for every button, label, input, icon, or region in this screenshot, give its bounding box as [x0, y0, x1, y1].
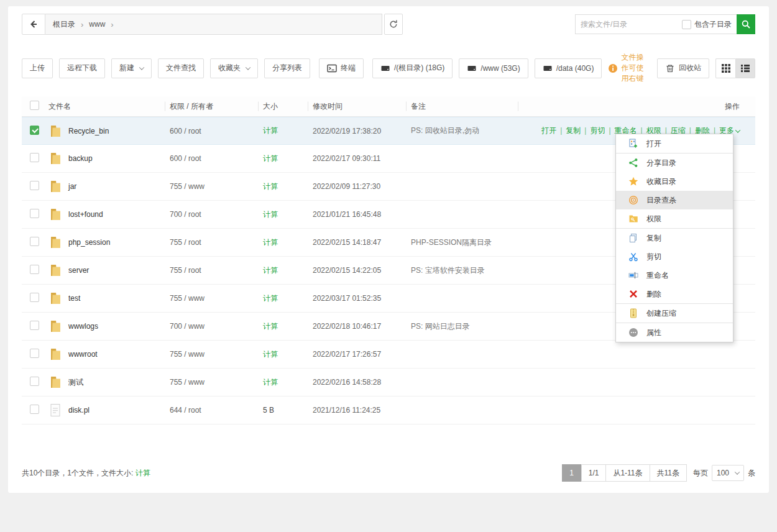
row-checkbox[interactable]: [30, 349, 39, 358]
file-name[interactable]: jar: [68, 182, 76, 191]
size-calc-link[interactable]: 计算: [263, 378, 278, 387]
row-checkbox[interactable]: [30, 265, 39, 274]
size-calc-link[interactable]: 计算: [263, 182, 278, 191]
breadcrumb-www[interactable]: www: [89, 20, 105, 29]
action-copy[interactable]: 复制: [566, 126, 590, 135]
header-actions: 操作: [518, 101, 755, 112]
size-calc-link[interactable]: 计算: [263, 238, 278, 247]
row-checkbox[interactable]: [30, 153, 39, 162]
file-name[interactable]: lost+found: [68, 210, 103, 219]
menu-item-cut[interactable]: 剪切: [616, 247, 733, 266]
disk-www-button[interactable]: /www (53G): [459, 58, 528, 78]
menu-item-properties[interactable]: 属性: [616, 323, 733, 342]
disk-root-button[interactable]: /(根目录) (18G): [372, 58, 453, 78]
grid-view-button[interactable]: [715, 58, 735, 78]
menu-item-delete-label: 删除: [646, 289, 661, 300]
size-calc-link[interactable]: 计算: [263, 210, 278, 219]
row-checkbox[interactable]: [30, 405, 39, 414]
menu-item-rename[interactable]: 重命名: [616, 266, 733, 285]
summary-label: 共10个目录，1个文件，文件大小:: [22, 469, 136, 477]
remote-download-button[interactable]: 远程下载: [59, 58, 105, 78]
list-view-icon: [740, 63, 750, 73]
new-menu-button[interactable]: 新建: [111, 58, 152, 78]
per-page-unit-label: 条: [748, 468, 755, 479]
refresh-button[interactable]: [384, 14, 403, 35]
file-name[interactable]: server: [68, 266, 89, 275]
chevron-down-icon: [735, 127, 740, 132]
action-cut[interactable]: 剪切: [590, 126, 614, 135]
size-calc-link[interactable]: 计算: [263, 350, 278, 359]
upload-label: 上传: [30, 63, 45, 73]
per-page-select[interactable]: 100: [712, 465, 744, 481]
row-checkbox[interactable]: [30, 237, 39, 246]
favorites-label: 收藏夹: [218, 63, 241, 73]
file-perm: 755 / root: [165, 238, 258, 247]
menu-item-copy[interactable]: 复制: [616, 229, 733, 247]
menu-item-create-archive[interactable]: 创建压缩: [616, 304, 733, 323]
include-subdir-checkbox[interactable]: [682, 20, 691, 29]
page-number-current[interactable]: 1: [562, 464, 582, 482]
row-checkbox[interactable]: [30, 209, 39, 218]
disk-icon: [380, 63, 390, 73]
header-perm[interactable]: 权限 / 所有者: [165, 101, 258, 112]
favorites-button[interactable]: 收藏夹: [210, 58, 258, 78]
table-row[interactable]: 测试 755 / www 计算 2022/02/16 14:58:28: [22, 369, 755, 397]
upload-button[interactable]: 上传: [22, 58, 53, 78]
header-size[interactable]: 大小: [258, 101, 308, 112]
search-button[interactable]: [737, 14, 755, 34]
share-list-button[interactable]: 分享列表: [264, 58, 310, 78]
file-name[interactable]: wwwroot: [68, 350, 98, 359]
breadcrumb-root[interactable]: 根目录: [53, 19, 75, 30]
menu-item-favorite-dir[interactable]: 收藏目录: [616, 172, 733, 191]
file-name[interactable]: Recycle_bin: [68, 127, 109, 135]
size-calc-link[interactable]: 计算: [263, 294, 278, 303]
disk-icon: [467, 63, 477, 73]
view-toggle: [715, 58, 755, 78]
terminal-button[interactable]: 终端: [319, 58, 364, 78]
menu-item-open[interactable]: 打开: [616, 134, 733, 153]
file-name[interactable]: php_session: [68, 238, 110, 247]
footer: 共10个目录，1个文件，文件大小: 计算 1 1/1 从1-11条 共11条 每…: [22, 464, 755, 482]
menu-item-delete[interactable]: 删除: [616, 285, 733, 303]
folder-icon: [48, 180, 62, 193]
file-name[interactable]: 测试: [68, 377, 83, 388]
select-all-checkbox[interactable]: [30, 101, 39, 110]
size-calc-link[interactable]: 计算: [263, 322, 278, 331]
new-menu-label: 新建: [119, 63, 134, 73]
file-name[interactable]: test: [68, 294, 80, 303]
path-navigation: 根目录 › www ›: [22, 14, 403, 35]
row-checkbox[interactable]: [30, 181, 39, 190]
menu-item-permission[interactable]: 权限: [616, 209, 733, 228]
list-view-button[interactable]: [735, 58, 755, 78]
back-button[interactable]: [22, 14, 45, 35]
file-name[interactable]: wwwlogs: [68, 322, 98, 331]
file-mtime: 2022/02/19 17:38:20: [308, 127, 406, 135]
disk-www-label: /www (53G): [480, 64, 520, 73]
size-calc-link[interactable]: 计算: [263, 126, 278, 135]
table-row[interactable]: wwwroot 755 / www 计算 2022/02/17 17:26:57: [22, 341, 755, 369]
search-input[interactable]: [576, 20, 682, 29]
row-checkbox[interactable]: [30, 293, 39, 302]
menu-item-share-dir[interactable]: 分享目录: [616, 154, 733, 172]
header-name[interactable]: 文件名: [45, 101, 165, 112]
recycle-bin-button[interactable]: 回收站: [657, 58, 709, 78]
row-checkbox[interactable]: [30, 321, 39, 330]
file-find-button[interactable]: 文件查找: [158, 58, 204, 78]
file-name[interactable]: disk.pl: [68, 406, 90, 415]
table-row[interactable]: disk.pl 644 / root 5 B 2021/12/16 11:24:…: [22, 397, 755, 424]
disk-data-button[interactable]: /data (40G): [535, 58, 602, 78]
chevron-down-icon: [139, 65, 144, 70]
summary-calc-link[interactable]: 计算: [136, 469, 150, 477]
page-info[interactable]: 1/1: [581, 464, 607, 482]
size-calc-link[interactable]: 计算: [263, 266, 278, 275]
row-checkbox[interactable]: [30, 377, 39, 386]
action-open[interactable]: 打开: [541, 126, 566, 135]
header-mtime[interactable]: 修改时间: [308, 101, 406, 112]
file-mtime: 2022/02/17 09:30:11: [308, 154, 406, 163]
open-icon: [628, 139, 638, 149]
row-checkbox[interactable]: [30, 126, 39, 135]
file-name[interactable]: backup: [68, 154, 93, 163]
header-note[interactable]: 备注: [406, 101, 518, 112]
size-calc-link[interactable]: 计算: [263, 154, 278, 163]
menu-item-dir-scan[interactable]: 目录查杀: [616, 191, 733, 209]
